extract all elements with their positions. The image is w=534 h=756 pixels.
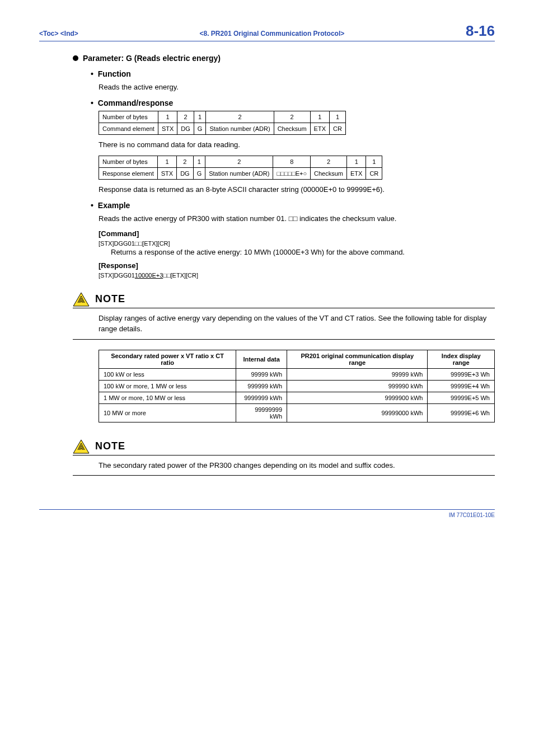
bullet-icon — [73, 55, 78, 61]
chapter-title: <8. PR201 Original Communication Protoco… — [200, 30, 345, 37]
response-note: Response data is returned as an 8-byte A… — [99, 184, 495, 195]
function-heading: • Function — [91, 69, 495, 78]
range-table: Secondary rated power x VT ratio x CT ra… — [99, 350, 495, 422]
note-text: Display ranges of active energy vary dep… — [99, 313, 495, 335]
table-row: 100 kW or more, 1 MW or less 999999 kWh … — [99, 380, 495, 392]
page-footer: IM 77C01E01-10E — [39, 509, 495, 518]
table-row: 100 kW or less 99999 kWh 99999 kWh 99999… — [99, 368, 495, 380]
command-result: Returns a response of the active energy:… — [111, 247, 495, 258]
example-intro: Reads the active energy of PR300 with st… — [99, 213, 495, 224]
svg-marker-0 — [73, 293, 89, 306]
bullet-icon: • — [91, 98, 93, 107]
note-block-1: NOTE Display ranges of active energy var… — [99, 292, 495, 422]
note-label: NOTE — [95, 293, 125, 305]
note-label: NOTE — [95, 440, 125, 452]
parameter-title: Parameter: G (Reads electric energy) — [83, 54, 221, 63]
page-number: 8-16 — [466, 22, 495, 40]
table-row: 10 MW or more 99999999 kWh 99999000 kWh … — [99, 403, 495, 422]
table-row: 1 MW or more, 10 MW or less 9999999 kWh … — [99, 392, 495, 403]
response-string: [STX]DGG0110000E+3□□[ETX][CR] — [99, 272, 495, 279]
bullet-icon: • — [91, 201, 93, 210]
page-header: <Toc> <Ind> <8. PR201 Original Communica… — [39, 22, 495, 41]
example-heading: • Example — [91, 201, 495, 210]
command-table: Number of bytes 1 2 1 2 2 1 1 Command el… — [99, 111, 346, 135]
note-text: The secondary rated power of the PR300 c… — [99, 460, 495, 471]
function-text: Reads the active energy. — [99, 82, 495, 93]
response-label: [Response] — [99, 261, 495, 270]
svg-marker-1 — [73, 440, 89, 453]
command-note: There is no command data for data readin… — [99, 139, 495, 151]
parameter-heading: Parameter: G (Reads electric energy) — [73, 54, 495, 63]
note-block-2: NOTE The secondary rated power of the PR… — [99, 439, 495, 476]
warning-triangle-icon — [73, 439, 90, 454]
bullet-icon: • — [91, 69, 93, 78]
response-table: Number of bytes 1 2 1 2 8 2 1 1 Response… — [99, 156, 382, 180]
cmdresp-heading: • Command/response — [91, 98, 495, 107]
warning-triangle-icon — [73, 292, 90, 307]
command-label: [Command] — [99, 229, 495, 238]
command-string: [STX]DGG01□□[ETX][CR] — [99, 240, 495, 247]
toc-link[interactable]: <Toc> <Ind> — [39, 30, 78, 37]
